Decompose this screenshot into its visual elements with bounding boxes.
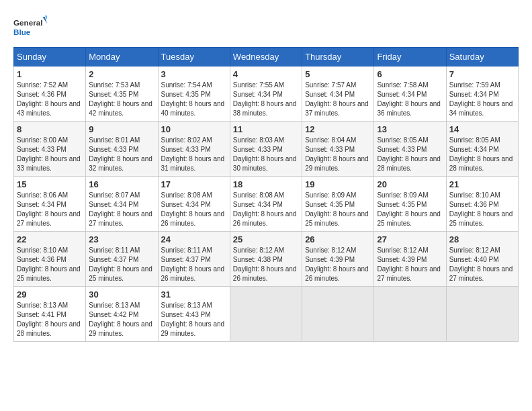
calendar-cell: 1Sunrise: 7:52 AMSunset: 4:36 PMDaylight… [14,66,86,122]
day-number: 1 [17,69,83,79]
calendar-cell: 17Sunrise: 8:08 AMSunset: 4:34 PMDayligh… [158,177,230,232]
calendar-cell: 4Sunrise: 7:55 AMSunset: 4:34 PMDaylight… [230,66,302,122]
day-info: Sunrise: 8:09 AMSunset: 4:35 PMDaylight:… [377,191,443,228]
calendar-table: SundayMondayTuesdayWednesdayThursdayFrid… [13,47,519,342]
calendar-cell: 25Sunrise: 8:12 AMSunset: 4:38 PMDayligh… [230,232,302,287]
day-number: 17 [161,179,227,189]
day-number: 5 [305,69,371,79]
day-number: 18 [233,179,299,189]
day-number: 6 [377,69,443,79]
day-number: 25 [233,234,299,244]
day-number: 30 [89,289,154,300]
day-info: Sunrise: 8:00 AMSunset: 4:33 PMDaylight:… [17,136,83,173]
calendar-cell: 12Sunrise: 8:04 AMSunset: 4:33 PMDayligh… [302,122,374,177]
calendar-cell: 5Sunrise: 7:57 AMSunset: 4:34 PMDaylight… [302,66,374,122]
calendar-header-row: SundayMondayTuesdayWednesdayThursdayFrid… [14,48,519,66]
calendar-week-row: 15Sunrise: 8:06 AMSunset: 4:34 PMDayligh… [14,177,519,232]
logo: General Blue [13,13,47,40]
calendar-cell: 30Sunrise: 8:13 AMSunset: 4:42 PMDayligh… [86,287,158,342]
svg-text:Blue: Blue [13,28,31,36]
day-number: 13 [377,124,443,134]
calendar-cell: 15Sunrise: 8:06 AMSunset: 4:34 PMDayligh… [14,177,86,232]
day-info: Sunrise: 8:11 AMSunset: 4:37 PMDaylight:… [89,246,154,283]
day-info: Sunrise: 8:10 AMSunset: 4:36 PMDaylight:… [17,246,83,283]
day-header-monday: Monday [86,48,158,66]
day-info: Sunrise: 7:55 AMSunset: 4:34 PMDaylight:… [233,81,299,118]
calendar-cell: 11Sunrise: 8:03 AMSunset: 4:33 PMDayligh… [230,122,302,177]
day-info: Sunrise: 7:54 AMSunset: 4:35 PMDaylight:… [161,81,227,118]
day-info: Sunrise: 8:06 AMSunset: 4:34 PMDaylight:… [17,191,83,228]
day-info: Sunrise: 8:11 AMSunset: 4:37 PMDaylight:… [161,246,227,283]
day-info: Sunrise: 8:13 AMSunset: 4:41 PMDaylight:… [17,301,83,338]
calendar-cell: 19Sunrise: 8:09 AMSunset: 4:35 PMDayligh… [302,177,374,232]
calendar-week-row: 29Sunrise: 8:13 AMSunset: 4:41 PMDayligh… [14,287,519,342]
calendar-cell: 31Sunrise: 8:13 AMSunset: 4:43 PMDayligh… [158,287,230,342]
day-number: 9 [89,124,154,134]
day-number: 11 [233,124,299,134]
svg-text:General: General [13,18,42,27]
day-header-tuesday: Tuesday [158,48,230,66]
day-number: 3 [161,69,227,79]
day-header-wednesday: Wednesday [230,48,302,66]
calendar-cell: 13Sunrise: 8:05 AMSunset: 4:33 PMDayligh… [374,122,446,177]
calendar-week-row: 22Sunrise: 8:10 AMSunset: 4:36 PMDayligh… [14,232,519,287]
day-info: Sunrise: 8:07 AMSunset: 4:34 PMDaylight:… [89,191,154,228]
day-number: 21 [449,179,515,189]
calendar-week-row: 8Sunrise: 8:00 AMSunset: 4:33 PMDaylight… [14,122,519,177]
day-number: 27 [377,234,443,244]
day-info: Sunrise: 8:13 AMSunset: 4:43 PMDaylight:… [161,301,227,338]
day-info: Sunrise: 7:57 AMSunset: 4:34 PMDaylight:… [305,81,371,118]
day-number: 16 [89,179,154,189]
day-info: Sunrise: 8:08 AMSunset: 4:34 PMDaylight:… [233,191,299,228]
calendar-cell: 24Sunrise: 8:11 AMSunset: 4:37 PMDayligh… [158,232,230,287]
day-info: Sunrise: 8:09 AMSunset: 4:35 PMDaylight:… [305,191,371,228]
calendar-cell: 22Sunrise: 8:10 AMSunset: 4:36 PMDayligh… [14,232,86,287]
day-info: Sunrise: 8:05 AMSunset: 4:33 PMDaylight:… [377,136,443,173]
calendar-cell: 29Sunrise: 8:13 AMSunset: 4:41 PMDayligh… [14,287,86,342]
day-number: 4 [233,69,299,79]
day-number: 15 [17,179,83,189]
day-number: 24 [161,234,227,244]
day-info: Sunrise: 8:12 AMSunset: 4:39 PMDaylight:… [305,246,371,283]
calendar-cell: 18Sunrise: 8:08 AMSunset: 4:34 PMDayligh… [230,177,302,232]
day-number: 26 [305,234,371,244]
day-number: 14 [449,124,515,134]
calendar-cell: 7Sunrise: 7:59 AMSunset: 4:34 PMDaylight… [446,66,518,122]
day-number: 22 [17,234,83,244]
calendar-cell [302,287,374,342]
calendar-cell: 14Sunrise: 8:05 AMSunset: 4:34 PMDayligh… [446,122,518,177]
day-info: Sunrise: 8:13 AMSunset: 4:42 PMDaylight:… [89,301,154,338]
day-info: Sunrise: 7:52 AMSunset: 4:36 PMDaylight:… [17,81,83,118]
calendar-cell [230,287,302,342]
calendar-cell [374,287,446,342]
day-info: Sunrise: 8:10 AMSunset: 4:36 PMDaylight:… [449,191,515,228]
header: General Blue [13,13,519,40]
day-number: 20 [377,179,443,189]
day-header-friday: Friday [374,48,446,66]
day-info: Sunrise: 8:05 AMSunset: 4:34 PMDaylight:… [449,136,515,173]
day-info: Sunrise: 7:58 AMSunset: 4:34 PMDaylight:… [377,81,443,118]
calendar-cell: 10Sunrise: 8:02 AMSunset: 4:33 PMDayligh… [158,122,230,177]
day-info: Sunrise: 8:12 AMSunset: 4:38 PMDaylight:… [233,246,299,283]
day-header-thursday: Thursday [302,48,374,66]
day-number: 29 [17,289,83,300]
day-header-saturday: Saturday [446,48,518,66]
calendar-cell: 20Sunrise: 8:09 AMSunset: 4:35 PMDayligh… [374,177,446,232]
day-info: Sunrise: 8:12 AMSunset: 4:39 PMDaylight:… [377,246,443,283]
day-info: Sunrise: 8:04 AMSunset: 4:33 PMDaylight:… [305,136,371,173]
calendar-cell: 2Sunrise: 7:53 AMSunset: 4:35 PMDaylight… [86,66,158,122]
day-number: 7 [449,69,515,79]
calendar-cell: 23Sunrise: 8:11 AMSunset: 4:37 PMDayligh… [86,232,158,287]
calendar-week-row: 1Sunrise: 7:52 AMSunset: 4:36 PMDaylight… [14,66,519,122]
day-info: Sunrise: 8:02 AMSunset: 4:33 PMDaylight:… [161,136,227,173]
day-header-sunday: Sunday [14,48,86,66]
day-number: 28 [449,234,515,244]
calendar-cell: 3Sunrise: 7:54 AMSunset: 4:35 PMDaylight… [158,66,230,122]
day-info: Sunrise: 8:01 AMSunset: 4:33 PMDaylight:… [89,136,154,173]
day-info: Sunrise: 7:59 AMSunset: 4:34 PMDaylight:… [449,81,515,118]
day-info: Sunrise: 8:12 AMSunset: 4:40 PMDaylight:… [449,246,515,283]
day-info: Sunrise: 7:53 AMSunset: 4:35 PMDaylight:… [89,81,154,118]
day-number: 8 [17,124,83,134]
calendar-cell: 9Sunrise: 8:01 AMSunset: 4:33 PMDaylight… [86,122,158,177]
day-number: 12 [305,124,371,134]
